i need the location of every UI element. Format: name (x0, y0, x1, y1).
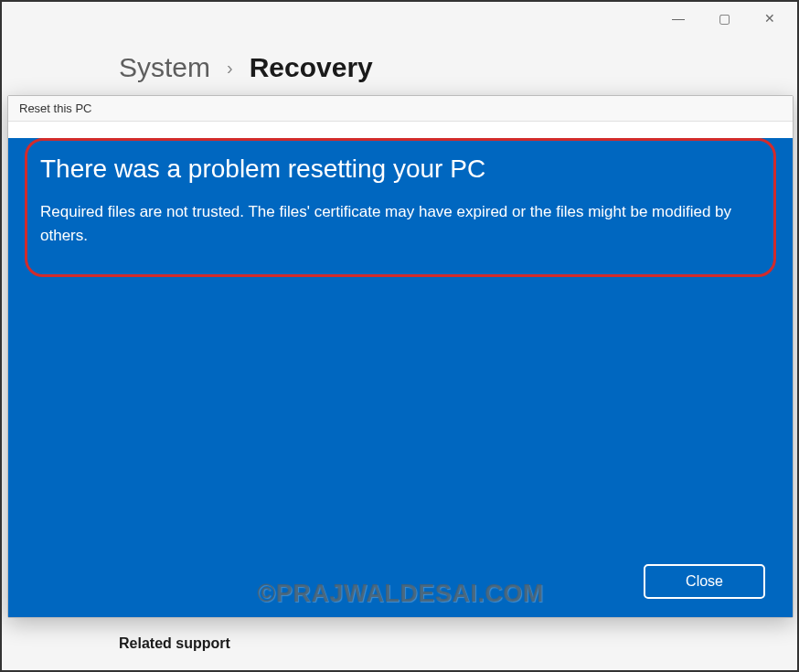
error-heading: There was a problem resetting your PC (40, 155, 755, 184)
window-controls: — ▢ ✕ (651, 2, 797, 35)
related-support-heading: Related support (119, 635, 230, 652)
breadcrumb-current: Recovery (250, 52, 373, 83)
maximize-button[interactable]: ▢ (710, 9, 738, 27)
breadcrumb-parent[interactable]: System (119, 52, 210, 83)
watermark: ©PRAJWALDESAI.COM (257, 580, 543, 608)
dialog-body: There was a problem resetting your PC Re… (8, 138, 793, 617)
reset-pc-dialog: Reset this PC There was a problem resett… (7, 95, 794, 618)
dialog-title: Reset this PC (8, 96, 793, 122)
error-message-box: There was a problem resetting your PC Re… (25, 138, 776, 277)
chevron-right-icon: › (227, 58, 233, 79)
error-text: Required files are not trusted. The file… (40, 200, 755, 249)
minimize-button[interactable]: — (665, 9, 692, 27)
close-button[interactable]: Close (644, 564, 765, 599)
dialog-footer: Close (644, 564, 765, 599)
close-window-button[interactable]: ✕ (756, 9, 783, 27)
